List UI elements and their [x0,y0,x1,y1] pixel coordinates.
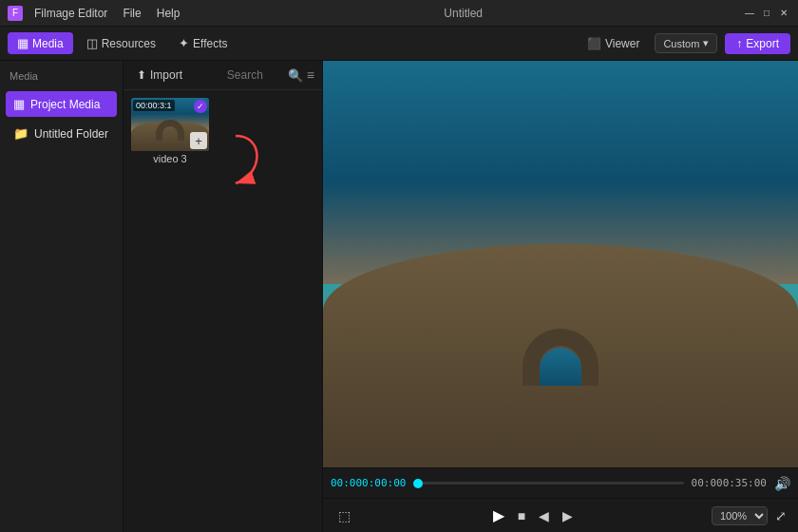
search-icon[interactable]: 🔍 [288,68,303,83]
progress-dot[interactable] [413,479,423,488]
next-frame-button[interactable]: ▶ [559,506,577,525]
video-duration: 00:00:3:1 [133,100,175,111]
app-name: Filmage Editor [34,7,107,20]
video-thumbnail: 00:00:3:1 ✓ + [131,98,209,151]
menu-items: File Help [119,5,183,22]
stop-button[interactable]: ■ [514,506,529,525]
search-input[interactable] [227,68,284,82]
timecode-start: 00:000:00:00 [331,477,406,489]
resources-tab-label: Resources [102,37,156,50]
import-label: Import [150,68,182,82]
untitled-folder-label: Untitled Folder [34,127,108,141]
playback-controls: 00:000:00:00 00:000:35:00 🔊 [323,467,798,498]
video-label: video 3 [131,153,209,164]
effects-tab-label: Effects [193,37,227,50]
transport-left: ⬚ [334,506,354,525]
crop-button[interactable]: ⬚ [334,506,354,525]
project-media-label: Project Media [30,98,100,111]
media-panel-header: ⬆ Import 🔍 ≡ [124,61,322,90]
timecode-end: 00:000:35:00 [692,477,767,489]
list-view-icon[interactable]: ≡ [307,67,314,83]
tab-resources[interactable]: ◫ Resources [77,32,165,54]
transport-controls: ⬚ ▶ ■ ◀ ▶ 100% 75% 50% 150% Fit ⤢ [323,498,798,532]
video-scene [323,61,798,467]
media-panel: ⬆ Import 🔍 ≡ 00:00:3:1 ✓ + [124,61,323,532]
custom-button[interactable]: Custom ▾ [655,33,717,53]
export-button[interactable]: ↑ Export [725,33,790,54]
media-item-video3[interactable]: 00:00:3:1 ✓ + video 3 [131,98,209,164]
export-upload-icon: ↑ [736,37,742,50]
menu-file[interactable]: File [119,5,144,22]
transport-right: 100% 75% 50% 150% Fit ⤢ [712,506,787,525]
toolbar-right: ⬛ Viewer Custom ▾ ↑ Export [580,33,790,54]
import-button[interactable]: ⬆ Import [131,66,188,84]
transport-center: ▶ ■ ◀ ▶ [489,504,577,526]
app-icon: F [8,6,23,21]
menu-help[interactable]: Help [153,5,184,22]
sidebar-item-project-media[interactable]: ▦ Project Media [6,91,117,117]
custom-chevron-icon: ▾ [703,37,709,49]
viewer-button[interactable]: ⬛ Viewer [580,33,647,54]
volume-icon[interactable]: 🔊 [774,476,790,491]
play-button[interactable]: ▶ [489,504,508,526]
prev-frame-button[interactable]: ◀ [535,506,553,525]
sidebar: Media ▦ Project Media 📁 Untitled Folder [0,61,124,532]
import-icon: ⬆ [137,68,146,82]
resources-tab-icon: ◫ [86,36,98,50]
folder-icon: 📁 [13,126,28,141]
close-button[interactable]: ✕ [777,7,790,20]
window-title: Untitled [444,7,483,20]
sidebar-title: Media [6,68,117,84]
progress-bar[interactable] [413,482,683,484]
titlebar: F Filmage Editor File Help Untitled — □ … [0,0,798,27]
maximize-button[interactable]: □ [760,7,773,20]
zoom-select[interactable]: 100% 75% 50% 150% Fit [712,506,768,525]
fullscreen-button[interactable]: ⤢ [775,508,787,523]
media-tab-label: Media [32,37,64,50]
video-preview [323,61,798,467]
panel-search: 🔍 ≡ [227,67,314,83]
tab-media[interactable]: ▦ Media [8,32,73,54]
viewer-label: Viewer [605,37,639,50]
video-check-icon: ✓ [194,100,207,113]
export-label: Export [746,37,779,50]
viewer-panel: 00:000:00:00 00:000:35:00 🔊 ⬚ ▶ ■ ◀ ▶ 10… [323,61,798,532]
project-media-icon: ▦ [13,97,25,111]
viewer-icon: ⬛ [587,37,601,50]
media-tab-icon: ▦ [17,36,28,50]
sidebar-item-untitled-folder[interactable]: 📁 Untitled Folder [6,121,117,146]
main-toolbar: ▦ Media ◫ Resources ✦ Effects ⬛ Viewer C… [0,27,798,61]
effects-tab-icon: ✦ [179,36,189,50]
titlebar-left: F Filmage Editor File Help [8,5,183,22]
custom-label: Custom [663,38,699,49]
tab-effects[interactable]: ✦ Effects [169,32,237,54]
window-controls: — □ ✕ [743,7,790,20]
main-layout: Media ▦ Project Media 📁 Untitled Folder … [0,61,798,532]
video-add-icon[interactable]: + [190,132,207,149]
minimize-button[interactable]: — [743,7,756,20]
media-content: 00:00:3:1 ✓ + video 3 [124,90,322,532]
